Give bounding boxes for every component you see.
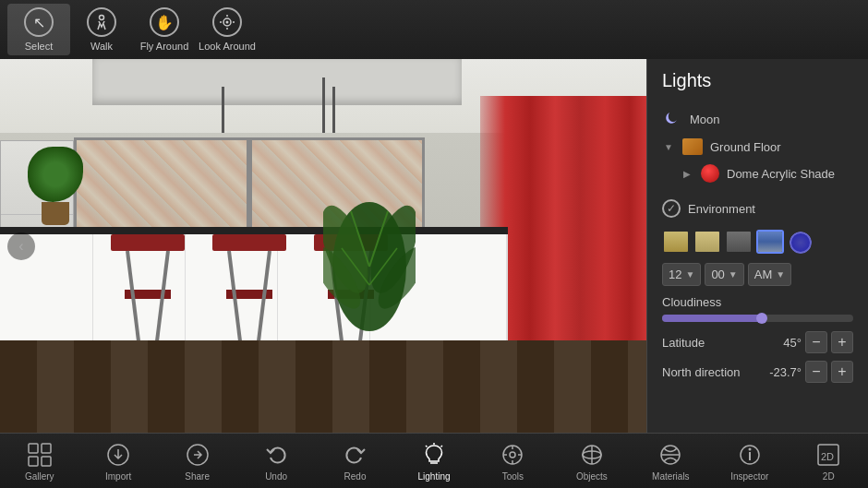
bottom-tool-lighting[interactable]: Lighting xyxy=(397,438,471,484)
time-controls: 12 ▼ 00 ▼ AM ▼ xyxy=(662,263,853,286)
bottom-tool-tools[interactable]: Tools xyxy=(476,438,549,484)
tool-walk[interactable]: Walk xyxy=(70,4,133,55)
time-period-select[interactable]: AM ▼ xyxy=(748,263,791,286)
tools-label: Tools xyxy=(502,471,524,482)
undo-label: Undo xyxy=(265,471,287,482)
north-direction-decrease-btn[interactable]: − xyxy=(805,361,827,383)
time-minute-value: 00 xyxy=(711,268,724,281)
sky-preset-4[interactable] xyxy=(756,230,784,254)
fly-around-icon: ✋ xyxy=(150,7,179,37)
svg-point-6 xyxy=(233,21,235,23)
svg-rect-32 xyxy=(42,444,51,453)
light-tree-moon[interactable]: Moon xyxy=(658,104,857,134)
bottom-tool-import[interactable]: Import xyxy=(81,438,155,484)
cloudiness-label: Cloudiness xyxy=(662,295,853,309)
light-tree-ground-floor[interactable]: ▼ Ground Floor xyxy=(658,134,857,160)
objects-icon xyxy=(578,441,606,469)
moon-label: Moon xyxy=(690,113,720,126)
bottom-tool-gallery[interactable]: Gallery xyxy=(3,438,77,484)
ground-floor-icon xyxy=(682,138,703,155)
tool-fly-around-label: Fly Around xyxy=(140,41,189,52)
sky-preset-2[interactable] xyxy=(693,230,721,254)
stool-2-seat xyxy=(212,234,286,251)
small-plant-leaves xyxy=(28,147,83,202)
dome-expand-icon[interactable]: ▶ xyxy=(681,167,693,180)
look-around-icon xyxy=(212,7,242,37)
latitude-increase-btn[interactable]: + xyxy=(831,331,853,353)
time-hour-select[interactable]: 12 ▼ xyxy=(662,263,701,286)
tool-walk-label: Walk xyxy=(90,41,113,52)
latitude-value: 45° xyxy=(763,336,802,350)
svg-line-40 xyxy=(440,446,442,447)
materials-icon xyxy=(657,441,684,469)
svg-point-5 xyxy=(220,21,222,23)
north-direction-value: -23.7° xyxy=(763,365,802,379)
north-direction-increase-btn[interactable]: + xyxy=(831,361,853,383)
dark-counter-top xyxy=(0,227,508,234)
sky-preset-5-thumb xyxy=(790,232,812,254)
environment-label: Environment xyxy=(688,202,755,216)
north-direction-controls: -23.7° − + xyxy=(763,361,853,383)
select-icon: ↖ xyxy=(24,7,54,37)
time-minute-chevron: ▼ xyxy=(729,269,738,280)
bottom-tool-objects[interactable]: Objects xyxy=(555,438,629,484)
latitude-decrease-btn[interactable]: − xyxy=(805,331,827,353)
import-icon xyxy=(104,441,132,469)
share-label: Share xyxy=(185,471,210,482)
sky-preset-1[interactable] xyxy=(662,230,690,254)
right-panel: Lights Moon ▼ Ground Floor ▶ Dome Acryli… xyxy=(646,0,868,433)
svg-line-39 xyxy=(426,446,428,447)
lights-panel-content: Lights Moon ▼ Ground Floor ▶ Dome Acryli… xyxy=(647,59,868,401)
ground-floor-collapse-icon[interactable]: ▼ xyxy=(662,140,675,153)
tool-fly-around[interactable]: ✋ Fly Around xyxy=(133,4,196,55)
moon-icon xyxy=(662,109,682,129)
light-tree-dome[interactable]: ▶ Dome Acrylic Shade xyxy=(658,160,857,187)
tool-select[interactable]: ↖ Select xyxy=(7,4,70,55)
svg-point-54 xyxy=(748,447,751,450)
tool-look-around[interactable]: Look Around xyxy=(196,4,259,55)
lights-panel-title: Lights xyxy=(658,70,857,91)
inspector-label: Inspector xyxy=(730,471,768,482)
bottom-tool-materials[interactable]: Materials xyxy=(633,438,707,484)
environment-section: ✓ Environment xyxy=(658,195,857,383)
svg-point-0 xyxy=(100,16,104,20)
top-toolbar: ↖ Select Walk ✋ Fly Around Look A xyxy=(0,0,868,59)
objects-label: Objects xyxy=(576,471,608,482)
cloudiness-section: Cloudiness xyxy=(662,295,853,322)
north-direction-row: North direction -23.7° − + xyxy=(662,361,853,383)
materials-label: Materials xyxy=(652,471,690,482)
svg-point-4 xyxy=(226,28,228,30)
environment-header[interactable]: ✓ Environment xyxy=(658,195,857,222)
big-plant-svg xyxy=(323,193,416,340)
latitude-label: Latitude xyxy=(662,336,705,350)
stool-1-seat xyxy=(111,234,185,251)
stool-2-leg-right xyxy=(256,251,271,348)
sky-preset-3[interactable] xyxy=(725,230,753,254)
bottom-tool-share[interactable]: Share xyxy=(161,438,235,484)
bottom-tool-inspector[interactable]: Inspector xyxy=(713,438,787,484)
sky-preset-5[interactable] xyxy=(788,230,814,256)
north-direction-label: North direction xyxy=(662,365,741,379)
latitude-row: Latitude 45° − + xyxy=(662,331,853,353)
stool-1-leg-right xyxy=(154,251,170,348)
sky-preset-4-thumb xyxy=(758,232,782,252)
floor xyxy=(0,340,646,433)
bottom-tool-undo[interactable]: Undo xyxy=(239,438,313,484)
scene-area: ‹ xyxy=(0,59,646,433)
stool-2-leg-left xyxy=(227,251,243,348)
nav-arrow-left[interactable]: ‹ xyxy=(7,232,35,260)
small-plant-pot xyxy=(42,202,69,225)
dome-label: Dome Acrylic Shade xyxy=(727,167,835,181)
time-hour-chevron: ▼ xyxy=(685,269,694,280)
svg-point-42 xyxy=(510,452,515,458)
svg-point-3 xyxy=(226,15,228,17)
redo-icon xyxy=(342,441,369,469)
bottom-tool-2d[interactable]: 2D 2D xyxy=(791,438,865,484)
time-minute-select[interactable]: 00 ▼ xyxy=(705,263,743,286)
cloudiness-slider[interactable] xyxy=(662,315,853,322)
cloudiness-fill xyxy=(662,315,762,322)
undo-icon xyxy=(262,441,290,469)
bottom-tool-redo[interactable]: Redo xyxy=(319,438,392,484)
gallery-icon xyxy=(26,441,54,469)
lamp-cord-right xyxy=(332,87,335,133)
